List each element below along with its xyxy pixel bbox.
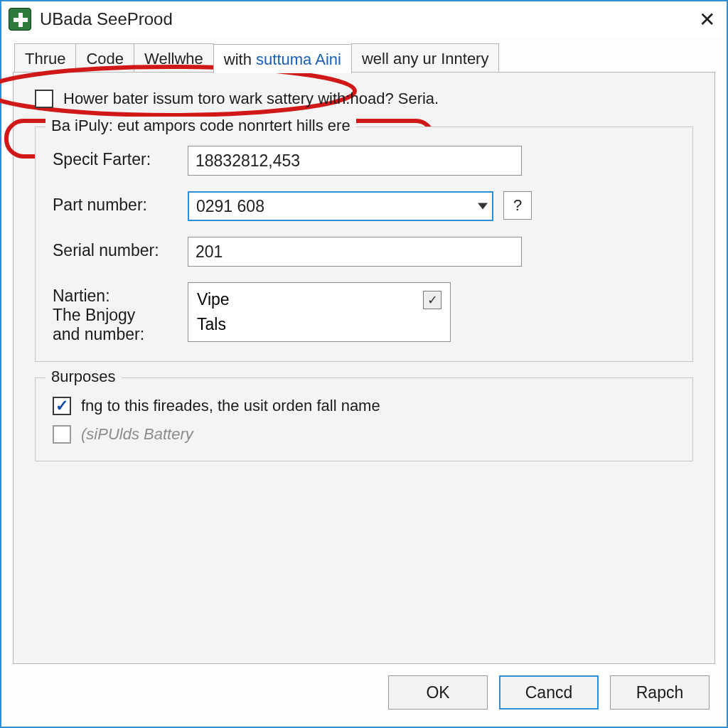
button-bar: OK Cancd Rapch (388, 675, 710, 710)
top-checkbox-row: Hower bater issum toro wark sattery with… (35, 90, 693, 108)
group-main: Ba iPuly: eut ampors code nonrtert hills… (35, 127, 693, 362)
tab-label-prefix: with (224, 50, 256, 68)
tab-label: Thrue (25, 50, 65, 68)
ok-button[interactable]: OK (388, 675, 488, 710)
row-serial-number: Serial number: (53, 237, 675, 267)
cancel-button[interactable]: Cancd (499, 675, 599, 710)
rapch-button[interactable]: Rapch (610, 675, 710, 710)
nartien-label-line2: The Bnjogy (53, 306, 188, 325)
group-main-legend: Ba iPuly: eut ampors code nonrtert hills… (46, 117, 356, 135)
tab-well-any[interactable]: well any ur Inntery (351, 43, 500, 73)
list-item-label: Tals (197, 315, 226, 334)
purposes-chk1-label: fng to this fireades, the usit orden fal… (81, 397, 380, 415)
nartien-label: Nartien: The Bnjogy and number: (53, 282, 188, 344)
client-area: Thrue Code Wellwhe with suttuma Aini wel… (9, 41, 719, 719)
top-checkbox[interactable] (35, 90, 53, 108)
tab-label-highlight: suttuma Aini (256, 50, 341, 68)
app-icon (9, 8, 31, 31)
purposes-chk2 (53, 425, 71, 444)
purposes-chk1-row: fng to this fireades, the usit orden fal… (53, 397, 675, 415)
group-purposes-legend: 8urposes (46, 368, 122, 386)
row-specit: Specit Farter: (53, 146, 675, 176)
tab-label: well any ur Inntery (362, 50, 489, 68)
purposes-chk2-row: (siPUlds Battery (53, 425, 675, 444)
tab-wellwhe[interactable]: Wellwhe (134, 43, 214, 73)
list-item-check-icon (423, 291, 441, 309)
group-purposes: 8urposes fng to this fireades, the usit … (35, 378, 693, 461)
serial-number-label: Serial number: (53, 237, 188, 260)
list-item-label: Vipe (197, 290, 230, 309)
top-checkbox-label: Hower bater issum toro wark sattery with… (63, 90, 439, 108)
part-number-help-button[interactable]: ? (503, 191, 532, 220)
list-item[interactable]: Vipe (196, 287, 443, 312)
list-item[interactable]: Tals (196, 312, 443, 337)
part-number-label: Part number: (53, 191, 188, 215)
row-part-number: Part number: ? (53, 191, 675, 221)
close-icon[interactable]: ✕ (691, 6, 722, 33)
dialog-window: UBada SeeProod ✕ Thrue Code Wellwhe with… (0, 0, 728, 728)
tab-label: Wellwhe (144, 50, 203, 68)
nartien-label-line3: and number: (53, 325, 188, 344)
specit-input[interactable] (188, 146, 522, 176)
tab-with-suttuma[interactable]: with suttuma Aini (213, 44, 352, 73)
tab-thrue[interactable]: Thrue (14, 43, 76, 73)
nartien-label-line1: Nartien: (53, 287, 188, 306)
tab-page: Hower bater issum toro wark sattery with… (13, 72, 715, 664)
specit-label: Specit Farter: (53, 146, 188, 169)
serial-number-input[interactable] (188, 237, 522, 267)
window-title: UBada SeeProod (40, 9, 691, 29)
tab-code[interactable]: Code (75, 43, 134, 73)
tab-label: Code (86, 50, 124, 68)
tabstrip: Thrue Code Wellwhe with suttuma Aini wel… (9, 41, 719, 73)
row-nartien: Nartien: The Bnjogy and number: Vipe Tal… (53, 282, 675, 344)
purposes-chk1[interactable] (53, 397, 71, 415)
purposes-chk2-label: (siPUlds Battery (81, 425, 193, 444)
part-number-combo-wrap (188, 191, 493, 221)
titlebar: UBada SeeProod ✕ (1, 1, 727, 37)
part-number-combo[interactable] (188, 191, 493, 221)
nartien-listbox[interactable]: Vipe Tals (188, 282, 451, 342)
